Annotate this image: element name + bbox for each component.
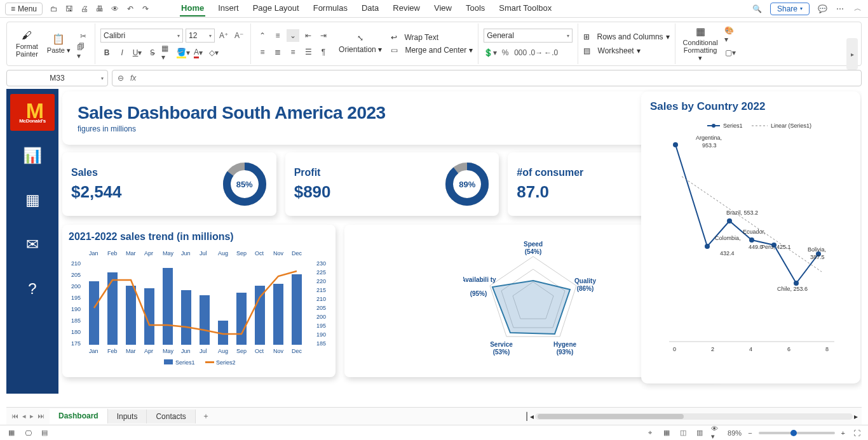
horizontal-scrollbar[interactable]: ⎮ ◂ ▸ — [525, 412, 862, 421]
sheet-tab-inputs[interactable]: Inputs — [108, 410, 147, 423]
cell-styles-button[interactable]: 🎨▾ — [724, 29, 737, 41]
tab-page-layout[interactable]: Page Layout — [252, 1, 301, 17]
svg-text:Peru, 425.1: Peru, 425.1 — [761, 244, 791, 250]
mail-icon[interactable]: ✉ — [22, 234, 43, 255]
print-icon[interactable]: 🖶 — [95, 4, 105, 14]
undo-icon[interactable]: ↶ — [125, 4, 135, 14]
copy-button[interactable]: 🗐 ▾ — [77, 45, 90, 58]
more-icon[interactable]: ⋯ — [835, 4, 845, 14]
currency-button[interactable]: 💲▾ — [484, 46, 496, 59]
paste-button[interactable]: 📋Paste ▾ — [44, 32, 73, 56]
tab-tools[interactable]: Tools — [465, 1, 486, 17]
sheet-tab-dashboard[interactable]: Dashboard — [50, 409, 108, 424]
number-format-select[interactable]: General▾ — [484, 29, 573, 43]
cut-button[interactable]: ✂ — [77, 30, 90, 43]
presentation-icon[interactable]: 📊 — [22, 145, 43, 166]
sheet-tab-contacts[interactable]: Contacts — [147, 410, 195, 423]
align-left-icon[interactable]: ≡ — [256, 46, 269, 58]
view-normal-icon[interactable]: ▦ — [661, 428, 672, 438]
view-reading-icon[interactable]: 👁▾ — [711, 428, 721, 438]
open-icon[interactable]: 🗀 — [49, 4, 59, 14]
last-sheet-icon[interactable]: ⏭ — [37, 412, 44, 420]
share-button[interactable]: Share ▾ — [770, 3, 810, 15]
decrease-indent-icon[interactable]: ⇤ — [302, 29, 315, 42]
cancel-formula-icon[interactable]: ⊖ — [118, 74, 124, 83]
focus-cell-icon[interactable]: ⌖ — [645, 428, 655, 438]
format-button[interactable]: ▢▾ — [724, 46, 737, 59]
tab-insert[interactable]: Insert — [217, 1, 240, 17]
tab-formulas[interactable]: Formulas — [312, 1, 349, 17]
align-center-icon[interactable]: ≣ — [271, 46, 284, 58]
scroll-split-icon[interactable]: ⎮ — [525, 412, 529, 421]
comma-button[interactable]: 000 — [514, 46, 527, 59]
align-bottom-icon[interactable]: ⌄ — [287, 29, 299, 42]
fill-color-button[interactable]: 🪣▾ — [177, 46, 189, 59]
zoom-slider[interactable] — [759, 432, 835, 434]
font-color-button[interactable]: A▾ — [192, 46, 205, 59]
ribbon-expand-button[interactable]: ▸ — [846, 38, 858, 70]
status-view3-icon[interactable]: ▤ — [39, 428, 50, 438]
align-right-icon[interactable]: ≡ — [287, 46, 299, 58]
formula-bar[interactable]: ⊖ fx — [112, 70, 862, 86]
scroll-right-icon[interactable]: ▸ — [854, 412, 858, 421]
status-view2-icon[interactable]: 🖵 — [23, 428, 33, 438]
first-sheet-icon[interactable]: ⏮ — [11, 412, 18, 420]
conditional-formatting-button[interactable]: ▦Conditional Formatting ▾ — [681, 24, 721, 63]
svg-text:2: 2 — [711, 346, 714, 352]
view-pagebreak-icon[interactable]: ◫ — [678, 428, 688, 438]
view-pagelayout-icon[interactable]: ▥ — [695, 428, 705, 438]
increase-decimal-button[interactable]: .0→ — [529, 46, 542, 59]
underline-button[interactable]: U ▾ — [131, 46, 144, 59]
increase-font-icon[interactable]: A⁺ — [217, 29, 230, 42]
percent-button[interactable]: % — [499, 46, 512, 59]
svg-text:Argentina,: Argentina, — [696, 135, 722, 141]
print-preview-icon[interactable]: 👁 — [110, 4, 120, 14]
zoom-level[interactable]: 89% — [728, 429, 742, 437]
decrease-decimal-button[interactable]: ←.0 — [545, 46, 557, 59]
clear-format-button[interactable]: ◇▾ — [207, 46, 220, 59]
menu-button[interactable]: ≡ Menu — [5, 3, 43, 15]
help-icon[interactable]: ? — [22, 278, 43, 300]
zoom-out-button[interactable]: − — [748, 429, 752, 437]
align-justify-icon[interactable]: ☰ — [302, 46, 315, 58]
name-box[interactable]: M33▾ — [6, 70, 108, 86]
format-painter-button[interactable]: 🖌Format Painter — [13, 29, 41, 59]
scroll-left-icon[interactable]: ◂ — [530, 412, 534, 421]
tab-view[interactable]: View — [433, 1, 453, 17]
tab-data[interactable]: Data — [360, 1, 380, 17]
rtl-icon[interactable]: ¶ — [317, 46, 330, 58]
wrap-text-button[interactable]: ↩ Wrap Text — [391, 33, 473, 42]
align-middle-icon[interactable]: ≡ — [271, 29, 284, 42]
prev-sheet-icon[interactable]: ◂ — [22, 412, 26, 420]
collapse-ribbon-icon[interactable]: ︿ — [853, 4, 863, 14]
font-family-select[interactable]: Calibri▾ — [100, 29, 183, 43]
align-top-icon[interactable]: ⌃ — [256, 29, 269, 42]
next-sheet-icon[interactable]: ▸ — [30, 412, 34, 420]
font-size-select[interactable]: 12▾ — [186, 29, 215, 43]
add-sheet-button[interactable]: ＋ — [196, 408, 216, 424]
zoom-in-button[interactable]: + — [841, 429, 845, 437]
redo-icon[interactable]: ↷ — [140, 4, 151, 14]
strikethrough-button[interactable]: S̶ — [146, 46, 159, 59]
tab-review[interactable]: Review — [391, 1, 421, 17]
orientation-button[interactable]: Orientation ▾ — [339, 45, 382, 54]
search-icon[interactable]: 🔍 — [752, 4, 763, 14]
svg-text:225: 225 — [316, 269, 326, 276]
save-icon[interactable]: 🖫 — [64, 4, 74, 14]
table-icon[interactable]: ▦ — [22, 189, 43, 211]
tab-home[interactable]: Home — [180, 1, 205, 17]
rows-columns-button[interactable]: ⊞ Rows and Columns ▾ — [583, 32, 669, 41]
tab-smart-toolbox[interactable]: Smart Toolbox — [498, 1, 553, 17]
svg-text:Service: Service — [490, 341, 513, 348]
bold-button[interactable]: B — [100, 46, 113, 59]
comments-icon[interactable]: 💬 — [817, 4, 827, 14]
merge-center-button[interactable]: ▭ Merge and Center ▾ — [391, 46, 473, 55]
decrease-font-icon[interactable]: A⁻ — [233, 29, 245, 42]
fullscreen-icon[interactable]: ⛶ — [851, 428, 862, 438]
italic-button[interactable]: I — [116, 46, 128, 59]
export-icon[interactable]: 🖨 — [79, 4, 90, 14]
status-view1-icon[interactable]: ▦ — [6, 428, 17, 438]
borders-button[interactable]: ▦ ▾ — [161, 46, 174, 59]
worksheet-button[interactable]: ▤ Worksheet ▾ — [583, 46, 669, 55]
increase-indent-icon[interactable]: ⇥ — [317, 29, 330, 42]
